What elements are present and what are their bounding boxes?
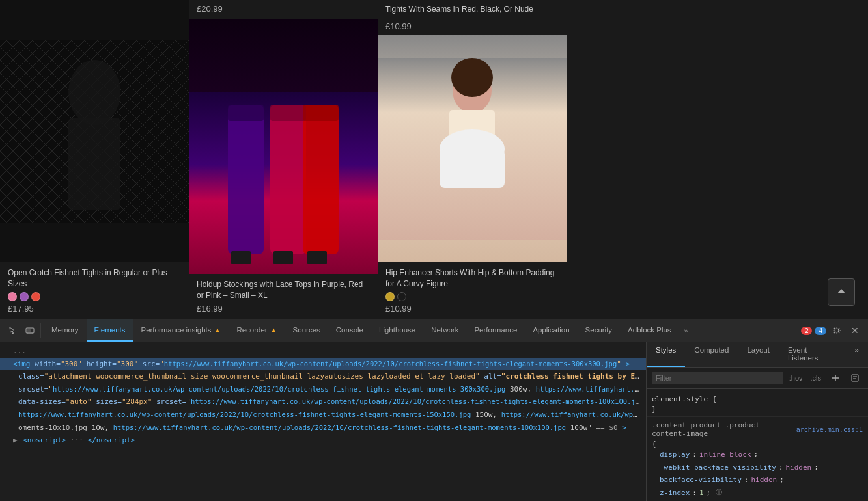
html-line-srcset4: oments-10x10.jpg 10w, https://www.tiffan…: [0, 422, 646, 435]
rule1-prop-display: display : inline-block ;: [647, 448, 868, 461]
tab-security[interactable]: Security: [578, 319, 621, 342]
color-swatch-purple[interactable]: [20, 292, 29, 301]
tab-performance-label: Performance: [474, 326, 517, 334]
html-line-noscript: ▶ <noscript> ··· </noscript>: [0, 434, 646, 447]
product-title-3: Hip Enhancer Shorts With Hip & Bottom Pa…: [385, 267, 559, 290]
tab-adblock[interactable]: Adblock Plus: [620, 319, 679, 342]
add-style-rule-button[interactable]: [828, 370, 843, 386]
tab-elements-label: Elements: [94, 326, 126, 334]
tab-network-label: Network: [431, 326, 458, 334]
devtools-left-icons: [3, 323, 41, 338]
subtab-layout[interactable]: Layout: [738, 342, 779, 367]
srcset-link2[interactable]: https://www.tiffanyhart.co.uk/wp-content…: [536, 385, 646, 394]
srcset3-link2[interactable]: https://www.tiffanyhart.co.uk/wp-content…: [501, 411, 646, 419]
img-tag-open: <img: [13, 360, 31, 368]
settings-button[interactable]: [829, 323, 845, 338]
tab-lighthouse-label: Lighthouse: [379, 326, 415, 334]
device-toolbar-button[interactable]: [22, 323, 38, 338]
rule1-selector: .content-product .product-content-image: [652, 421, 796, 438]
element-style-close-text: }: [652, 405, 656, 413]
svg-rect-10: [270, 105, 306, 254]
scroll-to-top-button[interactable]: [828, 278, 855, 306]
tab-memory[interactable]: Memory: [44, 319, 87, 342]
tab-network[interactable]: Network: [423, 319, 466, 342]
svg-rect-11: [303, 105, 339, 254]
color-swatch-red[interactable]: [31, 292, 40, 301]
html-line-datasizes: data-sizes="auto" sizes="284px" srcset="…: [0, 396, 646, 409]
color-swatch-black[interactable]: [397, 292, 406, 301]
product-price-above-2: £20.99: [189, 0, 378, 19]
color-swatch-pink[interactable]: [8, 292, 17, 301]
tab-performance-insights[interactable]: Performance insights ▲: [133, 319, 229, 342]
product-card-1: Open Crotch Fishnet Tights in Regular or…: [0, 0, 189, 319]
noscript-close-tag: </noscript>: [88, 436, 135, 444]
subtab-event-listeners[interactable]: Event Listeners: [779, 342, 846, 367]
tab-performance[interactable]: Performance: [466, 319, 525, 342]
img-val-height: "300": [117, 360, 138, 368]
subtab-more[interactable]: »: [846, 342, 868, 367]
warning-count: 4: [819, 327, 822, 334]
svg-rect-9: [228, 105, 264, 254]
html-content: ... <img width="300" height="300" src="h…: [0, 342, 646, 501]
subtab-layout-label: Layout: [747, 346, 770, 354]
styles-filter-bar: :hov .cls: [647, 368, 868, 389]
devtools-toolbar: Memory Elements Performance insights ▲ R…: [0, 319, 868, 342]
img-val-width: "300": [61, 360, 82, 368]
product-info-1: Open Crotch Fishnet Tights in Regular or…: [0, 262, 189, 319]
tab-application[interactable]: Application: [525, 319, 577, 342]
cursor-inspect-button[interactable]: [5, 323, 21, 338]
html-line-img[interactable]: <img width="300" height="300" src="https…: [0, 358, 646, 371]
element-style-selector-text: element.style {: [652, 395, 716, 403]
product-image-2: [189, 19, 378, 274]
subtab-styles[interactable]: Styles: [647, 342, 685, 367]
html-line-srcset3: https://www.tiffanyhart.co.uk/wp-content…: [0, 409, 646, 422]
img-attr-alt: alt=: [484, 372, 501, 381]
html-line-srcset: srcset="https://www.tiffanyhart.co.uk/wp…: [0, 383, 646, 396]
tab-elements[interactable]: Elements: [87, 319, 133, 342]
subtab-styles-label: Styles: [656, 346, 676, 354]
styles-subtabs: Styles Computed Layout Event Listeners »: [647, 342, 868, 368]
subtab-computed[interactable]: Computed: [685, 342, 738, 367]
warning-badge: 4: [815, 327, 826, 335]
noscript-expand[interactable]: ▶: [13, 436, 18, 444]
styles-filter-input[interactable]: [652, 372, 783, 384]
img-attr-height: height=: [87, 360, 117, 368]
srcset3-link1[interactable]: https://www.tiffanyhart.co.uk/wp-content…: [18, 411, 471, 418]
svg-rect-17: [307, 251, 327, 264]
filter-hov-button[interactable]: :hov: [787, 373, 805, 383]
rule1-source[interactable]: archive.min.css:1: [796, 426, 863, 433]
devtools-tabs: Memory Elements Performance insights ▲ R…: [44, 319, 798, 342]
product-card-3: Tights With Seams In Red, Black, Or Nude…: [378, 0, 567, 319]
img-src-link[interactable]: https://www.tiffanyhart.co.uk/wp-content…: [164, 360, 617, 368]
svg-point-27: [835, 329, 839, 332]
tab-more[interactable]: »: [679, 327, 693, 334]
close-devtools-button[interactable]: ✕: [847, 323, 863, 338]
tab-sources-label: Sources: [293, 326, 320, 334]
tab-recorder[interactable]: Recorder ▲: [229, 319, 285, 342]
srcset-link1[interactable]: https://www.tiffanyhart.co.uk/wp-content…: [53, 385, 505, 393]
filter-cls-button[interactable]: .cls: [808, 373, 824, 383]
tab-lighthouse[interactable]: Lighthouse: [371, 319, 423, 342]
product-colors-1: [8, 292, 181, 301]
zindex-info-icon[interactable]: ⓘ: [716, 487, 722, 499]
tab-performance-insights-label: Performance insights: [141, 326, 211, 334]
srcset2-link1[interactable]: https://www.tiffanyhart.co.uk/wp-content…: [191, 398, 643, 406]
srcset4-link1[interactable]: https://www.tiffanyhart.co.uk/wp-content…: [113, 424, 566, 431]
tab-security-label: Security: [585, 326, 613, 334]
tab-sources[interactable]: Sources: [285, 319, 328, 342]
performance-insights-warning: ▲: [214, 326, 221, 334]
tab-console[interactable]: Console: [328, 319, 371, 342]
elements-panel: ... <img width="300" height="300" src="h…: [0, 342, 647, 501]
html-line-dots: ...: [0, 345, 646, 358]
devtools-main: ... <img width="300" height="300" src="h…: [0, 342, 868, 501]
product-info-3: Hip Enhancer Shorts With Hip & Bottom Pa…: [378, 262, 567, 319]
noscript-ellipsis: ···: [70, 436, 88, 444]
subtab-more-label: »: [855, 346, 859, 354]
color-swatch-gold[interactable]: [385, 292, 395, 301]
product-title-1: Open Crotch Fishnet Tights in Regular or…: [8, 267, 181, 290]
product-price-2: £16.99: [197, 304, 370, 314]
svg-rect-30: [852, 375, 858, 381]
svg-rect-22: [440, 149, 505, 188]
toggle-classes-button[interactable]: [847, 370, 863, 386]
noscript-tag: <noscript>: [23, 436, 66, 444]
